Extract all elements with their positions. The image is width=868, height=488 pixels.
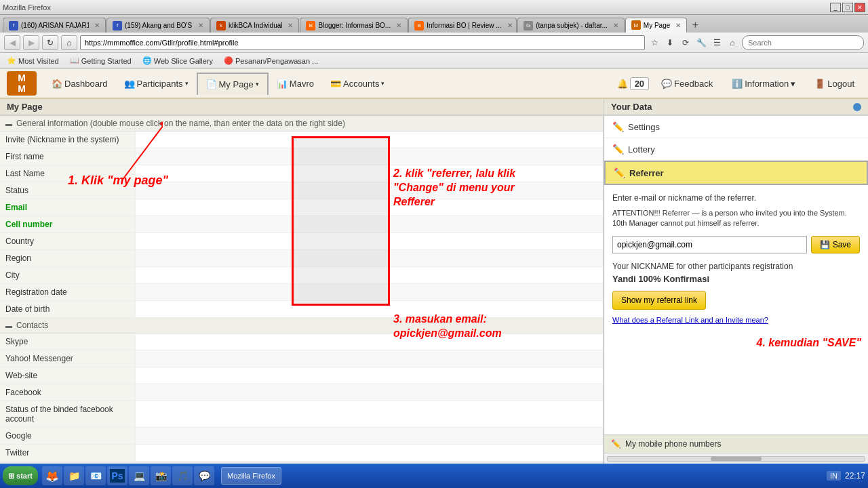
field-label: Invite (Nickname in the system) [0, 131, 136, 148]
referrer-email-input[interactable] [612, 236, 807, 253]
referrer-description: Enter e-mail or nickname of the referrer… [612, 193, 860, 203]
logo-text: MM [18, 73, 26, 94]
tab-klikbca[interactable]: k klikBCA Individual ✕ [210, 18, 299, 33]
taskbar-windows: Mozilla Firefox [218, 467, 825, 485]
mobile-section[interactable]: ✏️ My mobile phone numbers [604, 434, 868, 453]
nav-participants[interactable]: 👥 Participants ▾ [116, 73, 197, 94]
taskbar-window-label: Mozilla Firefox [227, 472, 275, 480]
scrollbar-thumb[interactable] [711, 457, 762, 461]
mobile-section-label: My mobile phone numbers [625, 439, 721, 449]
chevron-down-icon: ▾ [185, 80, 189, 87]
windows-logo: ⊞ [8, 472, 14, 481]
bookmark-star-icon[interactable]: ☆ [648, 36, 661, 49]
tab-close-icon[interactable]: ✕ [507, 22, 513, 29]
nav-information[interactable]: ℹ️ Information ▾ [725, 76, 802, 92]
tab-blogger2[interactable]: B Informasi BO | Review ... ✕ [408, 18, 517, 33]
close-button[interactable]: ✕ [854, 3, 865, 12]
restore-button[interactable]: □ [842, 3, 853, 12]
tab-close-icon[interactable]: ✕ [94, 22, 100, 29]
field-value [136, 199, 603, 216]
notification-icon: 🔔 [617, 79, 628, 89]
sync-icon[interactable]: ⟳ [679, 36, 692, 49]
tab-facebook1[interactable]: f (160) ARISAN FAJAR17... ✕ [3, 18, 106, 33]
nav-dashboard[interactable]: 🏠 Dashboard [43, 73, 116, 94]
notification-area[interactable]: 🔔 20 [617, 77, 649, 90]
taskbar-app-firefox[interactable]: 🦊 [42, 466, 62, 485]
start-button[interactable]: ⊞ start [3, 466, 38, 485]
sidebar-item-label: Settings [628, 122, 660, 132]
browser-tabs: f (160) ARISAN FAJAR17... ✕ f (159) Akan… [0, 15, 868, 33]
tab-close-icon[interactable]: ✕ [198, 22, 203, 29]
field-label: City [0, 267, 136, 283]
tab-close-icon[interactable]: ✕ [396, 22, 401, 29]
bookmark-most-visited[interactable]: ⭐ Most Visited [4, 55, 62, 66]
logout-icon: 🚪 [814, 79, 825, 89]
bookmark-web-slice[interactable]: 🌐 Web Slice Gallery [140, 55, 216, 66]
show-referral-button[interactable]: Show my referral link [612, 291, 706, 310]
download-icon[interactable]: ⬇ [663, 36, 677, 49]
scrollbar-area[interactable] [604, 453, 868, 464]
forward-button[interactable]: ▶ [23, 35, 39, 50]
sidebar-item-lottery[interactable]: ✏️ Lottery [604, 138, 868, 161]
tab-close-icon[interactable]: ✕ [613, 22, 618, 29]
tab-close-icon[interactable]: ✕ [288, 22, 293, 29]
sidebar-menu: ✏️ Settings ✏️ Lottery ✏️ Referrer [604, 116, 868, 185]
right-panel-title-bar: Your Data [604, 99, 868, 115]
app-logo: MM [7, 71, 37, 96]
bookmark-icon: 📖 [70, 56, 79, 65]
field-value [136, 131, 603, 148]
tab-blogger1[interactable]: B Blogger: Informasi BO... ✕ [300, 18, 408, 33]
info-dot [853, 103, 861, 111]
collapse-icon[interactable]: ▬ [5, 322, 12, 329]
nav-mypage[interactable]: 📄 My Page ▾ [197, 73, 269, 95]
chevron-down-icon: ▾ [381, 80, 384, 87]
form-row-facebook-status: Status of the binded facebook account [0, 401, 603, 428]
tab-close-icon[interactable]: ✕ [675, 22, 681, 29]
collapse-icon[interactable]: ▬ [5, 120, 12, 127]
logout-label: Logout [827, 79, 854, 89]
nav-feedback[interactable]: 💬 Feedback [654, 76, 719, 92]
field-label: First name [0, 148, 136, 165]
nav-mavro[interactable]: 📊 Mavro [269, 73, 322, 94]
bookmark-getting-started[interactable]: 📖 Getting Started [67, 55, 134, 66]
search-input[interactable] [742, 35, 864, 50]
nav-accounts[interactable]: 💳 Accounts ▾ [322, 73, 393, 94]
form-row-cell: Cell number [0, 216, 603, 233]
titlebar-controls: _ □ ✕ [830, 3, 865, 12]
extension-icon[interactable]: 🔧 [694, 36, 708, 49]
bookmark-label: Most Visited [18, 57, 59, 65]
tab-facebook2[interactable]: f (159) Akang and BO'S ... ✕ [106, 18, 210, 33]
taskbar-app-4[interactable]: 📸 [151, 466, 171, 485]
home2-icon[interactable]: ⌂ [726, 36, 739, 49]
notification-count: 20 [630, 77, 649, 90]
taskbar-app-2[interactable]: 📧 [85, 466, 106, 485]
taskbar-app-3[interactable]: 💻 [129, 466, 149, 485]
bookmarks-bar: ⭐ Most Visited 📖 Getting Started 🌐 Web S… [0, 53, 868, 69]
taskbar-app-5[interactable]: 🎵 [172, 466, 193, 485]
address-bar[interactable] [80, 35, 645, 50]
reload-button[interactable]: ↻ [42, 35, 58, 50]
tab-mypage[interactable]: M My Page ✕ [625, 18, 687, 33]
more-icon[interactable]: ☰ [710, 36, 724, 49]
sidebar-item-referrer[interactable]: ✏️ Referrer [604, 161, 868, 185]
taskbar-app-1[interactable]: 📁 [64, 466, 84, 485]
form-row-status: Status [0, 182, 603, 199]
minimize-button[interactable]: _ [830, 3, 841, 12]
form-row-twitter: Twitter [0, 445, 603, 462]
tab-label: Blogger: Informasi BO... [318, 22, 391, 29]
tab-gmail[interactable]: G (tanpa subjek) - daftar... ✕ [517, 18, 625, 33]
new-tab-button[interactable]: + [688, 18, 703, 33]
left-panel-title: My Page [0, 99, 604, 115]
left-panel: ▬ General information (double mouse clic… [0, 116, 604, 464]
nav-logout[interactable]: 🚪 Logout [808, 76, 861, 92]
taskbar-app-photoshop[interactable]: Ps [107, 466, 127, 485]
sidebar-item-settings[interactable]: ✏️ Settings [604, 116, 868, 138]
home-button[interactable]: ⌂ [61, 35, 77, 50]
referral-link[interactable]: What does a Referral Link and an Invite … [612, 316, 768, 324]
referrer-save-button[interactable]: 💾 Save [811, 236, 860, 253]
nav-right: 🔔 20 💬 Feedback ℹ️ Information ▾ 🚪 Logou… [617, 76, 861, 92]
taskbar-app-6[interactable]: 💬 [194, 466, 214, 485]
taskbar-window-firefox[interactable]: Mozilla Firefox [221, 467, 281, 485]
back-button[interactable]: ◀ [4, 35, 20, 50]
bookmark-pesanan[interactable]: 🔴 Pesanan/Pengawasan ... [221, 55, 321, 66]
